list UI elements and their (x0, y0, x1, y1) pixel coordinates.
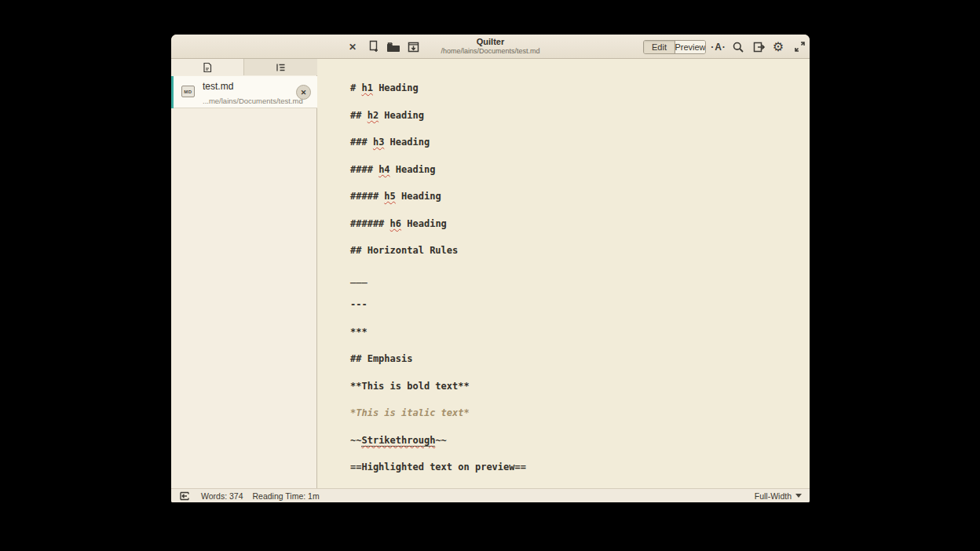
tab-outline[interactable] (244, 59, 317, 75)
sidebar: MD test.md ...me/lains/Documents/test.md… (171, 59, 317, 488)
editor-line[interactable]: ##### h5 Heading (350, 188, 526, 216)
selected-file-accent (171, 76, 174, 108)
editor-lines: # h1 Heading## h2 Heading### h3 Heading#… (350, 80, 526, 487)
search-button[interactable] (730, 35, 747, 59)
file-name: test.md (203, 81, 233, 92)
width-mode-dropdown[interactable]: Full-Width (755, 491, 802, 501)
font-size-icon: ·A· (711, 42, 726, 53)
editor-line[interactable]: ## h2 Heading (350, 108, 526, 135)
tab-files[interactable] (171, 59, 244, 75)
search-icon (732, 41, 744, 53)
open-file-button[interactable] (385, 35, 402, 59)
editor-line[interactable]: --- (350, 297, 526, 324)
header-bar: ✕ Quilter /home/lains/Documents/test.md (171, 35, 810, 59)
reading-time-label: Reading Time: 1m (253, 491, 320, 501)
outline-tab-icon (276, 63, 286, 72)
editor-line[interactable]: ## Horizontal Rules (350, 243, 526, 270)
save-file-button[interactable] (404, 35, 422, 59)
file-path: ...me/lains/Documents/test.md (203, 97, 303, 105)
chevron-down-icon (795, 494, 802, 498)
open-folder-icon (386, 41, 400, 53)
markdown-file-icon: MD (181, 86, 195, 97)
editor-line[interactable]: *This is italic text* (350, 405, 526, 432)
window-close-button[interactable]: ✕ (346, 35, 360, 59)
editor-line[interactable]: *** (350, 324, 526, 352)
new-file-icon (368, 40, 381, 53)
toggle-sidebar-button[interactable] (177, 491, 192, 501)
editor-line[interactable]: ~~Strikethrough~~ (350, 432, 526, 460)
gear-icon: ⚙ (773, 41, 784, 53)
editor-line[interactable]: ==Highlighted text on preview== (350, 459, 526, 487)
editor-view[interactable]: # h1 Heading## h2 Heading### h3 Heading#… (318, 59, 810, 488)
preview-mode-button[interactable]: Preview (675, 41, 705, 53)
width-mode-label: Full-Width (755, 491, 792, 501)
word-count-label: Words: 374 (201, 491, 243, 501)
edit-mode-button[interactable]: Edit (644, 41, 675, 53)
fullscreen-button[interactable] (791, 35, 808, 59)
edit-preview-switch: Edit Preview (643, 40, 706, 54)
preferences-button[interactable]: ⚙ (770, 35, 787, 59)
font-size-button[interactable]: ·A· (710, 35, 727, 59)
editor-line[interactable]: #### h4 Heading (350, 162, 526, 189)
fullscreen-icon (794, 41, 806, 53)
sidebar-toggle-icon (179, 491, 190, 501)
editor-line[interactable]: ###### h6 Heading (350, 216, 526, 243)
new-file-button[interactable] (365, 35, 382, 59)
file-list-item[interactable]: MD test.md ...me/lains/Documents/test.md… (171, 76, 317, 108)
editor-line[interactable]: ___ (350, 270, 526, 297)
document-tab-icon (203, 62, 212, 73)
editor-line[interactable]: ### h3 Heading (350, 134, 526, 162)
quilter-window: ✕ Quilter /home/lains/Documents/test.md (171, 35, 810, 502)
sidebar-tabbar (171, 59, 317, 75)
export-icon (752, 41, 766, 53)
editor-line[interactable]: # h1 Heading (350, 80, 526, 108)
editor-line[interactable]: **This is bold text** (350, 378, 526, 406)
editor-line[interactable]: ## Emphasis (350, 351, 526, 378)
export-button[interactable] (750, 35, 767, 59)
file-close-button[interactable]: ✕ (296, 85, 311, 100)
save-icon (407, 41, 420, 53)
status-bar: Words: 374 Reading Time: 1m Full-Width (171, 488, 810, 502)
